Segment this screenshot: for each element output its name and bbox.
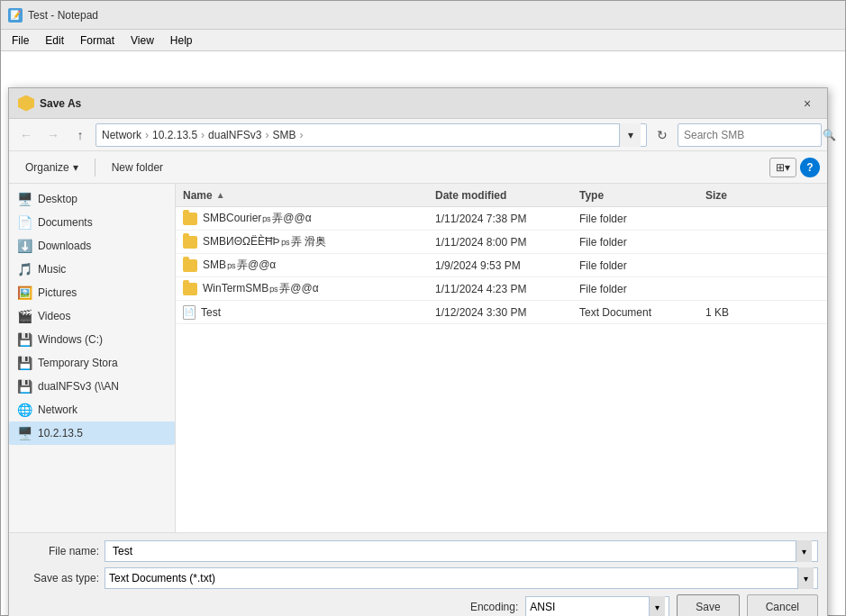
organize-chevron-icon: ▾	[73, 161, 78, 174]
sidebar-item-network[interactable]: 🌐 Network	[9, 398, 175, 421]
savetype-label: Save as type:	[18, 572, 99, 584]
file-name-cell: SMB㎰弄@@α	[176, 258, 428, 273]
file-date-cell: 1/11/2024 8:00 PM	[428, 236, 572, 249]
file-list-header: Name ▲ Date modified Type Size	[176, 184, 827, 207]
forward-icon: →	[47, 128, 59, 142]
refresh-icon: ↻	[657, 128, 668, 142]
help-button[interactable]: ?	[800, 158, 820, 177]
refresh-button[interactable]: ↻	[650, 123, 674, 147]
sidebar-item-documents[interactable]: 📄 Documents	[9, 211, 175, 234]
sidebar-item-temp-storage[interactable]: 💾 Temporary Stora	[9, 351, 175, 375]
folder-icon	[183, 213, 197, 225]
encoding-select[interactable]: ANSI ▾ ANSI Unicode Unicode big endian U…	[525, 596, 669, 616]
breadcrumb-folder[interactable]: SMB	[272, 129, 296, 141]
breadcrumb-network[interactable]: Network	[102, 129, 141, 141]
dialog-toolbar: Organize ▾ New folder ⊞ ▾ ?	[9, 151, 827, 184]
file-date-cell: 1/9/2024 9:53 PM	[428, 259, 572, 272]
videos-icon: 🎬	[16, 308, 32, 324]
dialog-folder-icon	[18, 95, 34, 112]
dualnfsv3-icon: 💾	[16, 378, 32, 394]
table-row[interactable]: SMBИΘΩËÈĦÞ㎰弄 滑奥 1/11/2024 8:00 PM File f…	[176, 231, 827, 254]
breadcrumb-sep-2: ›	[201, 129, 205, 141]
table-row[interactable]: SMBCourier㎰弄@@α 1/11/2024 7:38 PM File f…	[176, 207, 827, 231]
back-icon: ←	[20, 128, 32, 142]
toolbar-right: ⊞ ▾ ?	[769, 158, 820, 177]
forward-button[interactable]: →	[41, 123, 65, 147]
search-icon: 🔍	[823, 129, 836, 141]
breadcrumb-sep-4: ›	[299, 129, 303, 141]
file-name-cell: SMBCourier㎰弄@@α	[176, 211, 428, 226]
cancel-button[interactable]: Cancel	[747, 594, 818, 616]
column-size: Size	[698, 189, 770, 202]
column-date[interactable]: Date modified	[428, 189, 572, 202]
notepad-window: 📝 Test - Notepad File Edit Format View H…	[0, 0, 846, 616]
encoding-dropdown-icon[interactable]: ▾	[649, 596, 665, 616]
folder-icon	[183, 283, 197, 295]
dialog-close-button[interactable]: ×	[796, 93, 818, 114]
desktop-icon: 🖥️	[16, 191, 32, 207]
dialog-bottom: File name: ▾ Save as type: Text Document…	[9, 532, 827, 616]
documents-icon: 📄	[16, 214, 32, 231]
sidebar-item-music[interactable]: 🎵 Music	[9, 258, 175, 281]
computer-icon: 🖥️	[16, 425, 32, 441]
sort-arrow-icon: ▲	[216, 190, 225, 200]
filename-label: File name:	[18, 545, 99, 557]
breadcrumb-dropdown-button[interactable]: ▾	[619, 123, 641, 147]
savetype-value: Text Documents (*.txt)	[109, 572, 215, 584]
text-file-icon: 📄	[183, 305, 196, 320]
notepad-icon: 📝	[8, 8, 23, 23]
back-button[interactable]: ←	[14, 123, 38, 147]
breadcrumb-ip[interactable]: 10.2.13.5	[152, 129, 197, 141]
sidebar-item-videos[interactable]: 🎬 Videos	[9, 304, 175, 328]
breadcrumb-share[interactable]: dualNFSv3	[208, 129, 261, 141]
folder-icon	[183, 236, 197, 249]
sidebar-item-downloads[interactable]: ⬇️ Downloads	[9, 234, 175, 258]
table-row[interactable]: WinTermSMB㎰弄@@α 1/11/2024 4:23 PM File f…	[176, 277, 827, 301]
sidebar-item-pictures[interactable]: 🖼️ Pictures	[9, 281, 175, 304]
new-folder-label: New folder	[112, 161, 163, 174]
folder-icon	[183, 259, 197, 272]
menu-help[interactable]: Help	[163, 32, 200, 49]
view-dropdown-icon: ▾	[785, 161, 790, 174]
filename-dropdown-icon[interactable]: ▾	[796, 540, 812, 562]
encoding-value: ANSI	[530, 601, 555, 613]
downloads-icon: ⬇️	[16, 238, 32, 254]
dialog-navbar: ← → ↑ Network › 10.2.13.5 › dualNFSv3 › …	[9, 119, 827, 151]
organize-button[interactable]: Organize ▾	[16, 159, 87, 177]
column-type: Type	[572, 189, 698, 202]
up-button[interactable]: ↑	[68, 123, 92, 147]
sidebar-item-desktop[interactable]: 🖥️ Desktop	[9, 187, 175, 211]
menu-view[interactable]: View	[123, 32, 161, 49]
file-name-cell: 📄 Test	[176, 305, 428, 320]
menu-format[interactable]: Format	[73, 32, 122, 49]
file-type-cell: File folder	[572, 283, 698, 295]
search-input[interactable]	[684, 129, 819, 141]
file-name-cell: SMBИΘΩËÈĦÞ㎰弄 滑奥	[176, 234, 428, 249]
new-folder-button[interactable]: New folder	[103, 159, 172, 177]
file-type-cell: File folder	[572, 236, 698, 249]
file-date-cell: 1/12/2024 3:30 PM	[428, 306, 572, 319]
filename-input[interactable]	[111, 545, 796, 557]
file-type-cell: Text Document	[572, 306, 698, 319]
table-row[interactable]: 📄 Test 1/12/2024 3:30 PM Text Document 1…	[176, 301, 827, 324]
menu-edit[interactable]: Edit	[38, 32, 71, 49]
save-as-dialog: Save As × ← → ↑ Network › 10.2.13.5	[8, 87, 828, 616]
savetype-row: Save as type: Text Documents (*.txt) ▾	[18, 567, 818, 589]
sidebar-item-drive-c[interactable]: 💾 Windows (C:)	[9, 328, 175, 351]
sidebar: 🖥️ Desktop 📄 Documents ⬇️ Downloads 🎵 Mu…	[9, 184, 176, 532]
sidebar-item-10213-5[interactable]: 🖥️ 10.2.13.5	[9, 421, 175, 445]
savetype-dropdown-icon[interactable]: ▾	[797, 567, 814, 589]
music-icon: 🎵	[16, 261, 32, 277]
column-name[interactable]: Name ▲	[176, 189, 428, 202]
savetype-select[interactable]: Text Documents (*.txt) ▾	[105, 567, 818, 589]
notepad-content: Save As × ← → ↑ Network › 10.2.13.5	[1, 51, 845, 615]
up-icon: ↑	[77, 128, 84, 142]
sidebar-item-dualnfsv3[interactable]: 💾 dualNFSv3 (\\AN	[9, 375, 175, 398]
view-toggle-button[interactable]: ⊞ ▾	[769, 158, 796, 177]
dialog-title: Save As	[40, 97, 791, 110]
save-button[interactable]: Save	[677, 594, 739, 616]
menu-file[interactable]: File	[5, 32, 36, 49]
breadcrumb-sep-1: ›	[145, 129, 149, 141]
table-row[interactable]: SMB㎰弄@@α 1/9/2024 9:53 PM File folder	[176, 254, 827, 277]
search-bar: 🔍	[678, 123, 822, 147]
